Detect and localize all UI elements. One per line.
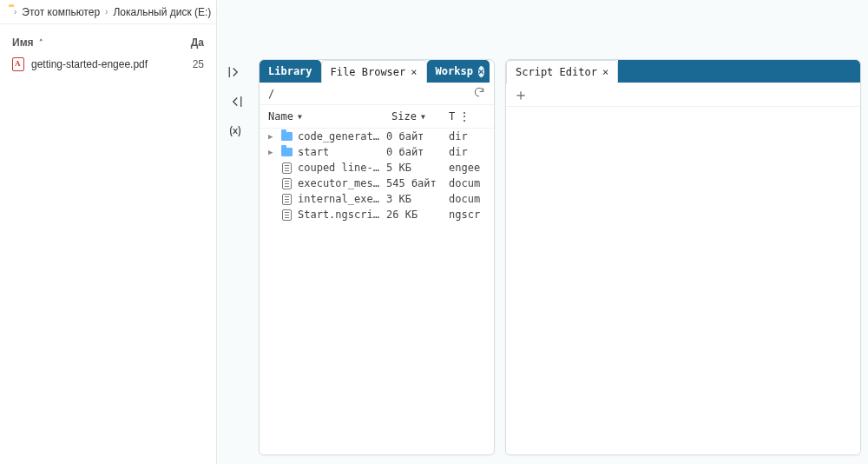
close-icon[interactable]: ×	[602, 67, 608, 77]
import-icon[interactable]	[226, 92, 245, 111]
file-size: 26 КБ	[386, 209, 444, 221]
column-header-date[interactable]: Да	[180, 36, 204, 49]
column-header-name[interactable]: Имя ˄	[12, 36, 180, 49]
file-icon	[280, 209, 293, 221]
tab-label: Script Editor	[516, 66, 597, 78]
app-sidebar	[226, 63, 245, 141]
file-name: couped line-1.engee	[298, 162, 381, 174]
column-header-label: Name	[268, 110, 293, 123]
sort-asc-icon: ˄	[39, 38, 43, 47]
script-editor-panel: Script Editor × ＋	[505, 59, 861, 455]
column-header-name[interactable]: Name ▼	[268, 110, 391, 123]
export-icon[interactable]	[226, 63, 245, 82]
column-header-label: T	[449, 110, 455, 123]
file-icon	[280, 178, 293, 189]
close-icon[interactable]: ×	[478, 66, 484, 77]
file-name: start	[298, 146, 381, 158]
tab-label: Library	[268, 65, 312, 77]
file-list: ▶ code_generator_resul… 0 байт dir ▶ sta…	[260, 129, 494, 454]
tabs-background	[618, 60, 860, 83]
left-tabs: Library File Browser × Worksp ×	[260, 60, 494, 83]
file-name: executor_messenger.l…	[298, 177, 381, 189]
explorer-file-row[interactable]: getting-started-engee.pdf 25	[0, 54, 216, 75]
file-size: 3 КБ	[386, 193, 444, 205]
explorer-file-date: 25	[180, 58, 204, 70]
right-tabs: Script Editor ×	[506, 60, 860, 83]
column-header-type[interactable]: T ⋮	[449, 110, 485, 123]
chevron-down-icon: ▼	[421, 113, 425, 121]
new-tab-button[interactable]: ＋	[513, 87, 529, 103]
tab-label: Worksp	[436, 65, 473, 77]
tab-workspace[interactable]: Worksp ×	[427, 60, 490, 83]
explorer-file-name: getting-started-engee.pdf	[31, 58, 173, 70]
editor-body[interactable]	[506, 107, 860, 454]
column-header-label: Size	[391, 110, 417, 123]
file-icon	[280, 194, 293, 205]
tab-library[interactable]: Library	[260, 60, 321, 83]
folder-icon	[280, 132, 293, 141]
file-size: 0 байт	[386, 146, 444, 158]
list-item[interactable]: couped line-1.engee 5 КБ engee	[260, 160, 494, 176]
chevron-right-icon: ›	[105, 7, 108, 17]
list-item[interactable]: internal_executor.lo… 3 КБ docum	[260, 191, 494, 207]
kebab-menu-icon[interactable]: ⋮	[458, 110, 470, 123]
chevron-down-icon: ▼	[298, 113, 302, 121]
file-name: Start.ngscript	[298, 209, 381, 221]
pdf-icon	[12, 57, 24, 71]
editor-toolbar: ＋	[506, 83, 860, 107]
refresh-icon[interactable]	[473, 86, 485, 101]
tab-file-browser[interactable]: File Browser ×	[321, 60, 427, 83]
file-size: 0 байт	[386, 130, 444, 143]
file-name: code_generator_resul…	[298, 130, 381, 143]
column-header-label: Имя	[12, 36, 34, 49]
chevron-right-icon: ›	[14, 7, 16, 17]
list-item[interactable]: ▶ start 0 байт dir	[260, 144, 494, 160]
breadcrumb-segment[interactable]: Этот компьютер	[22, 6, 100, 18]
expand-icon[interactable]: ▶	[268, 148, 275, 156]
tab-label: File Browser	[331, 66, 406, 78]
tab-script-editor[interactable]: Script Editor ×	[506, 60, 618, 83]
current-path[interactable]: /	[268, 88, 274, 100]
expand-icon[interactable]: ▶	[268, 132, 275, 141]
variables-icon[interactable]	[226, 122, 245, 141]
file-size: 545 байт	[386, 177, 444, 189]
breadcrumb[interactable]: › Этот компьютер › Локальный диск (E:) ›…	[0, 0, 216, 24]
folder-icon	[280, 148, 293, 156]
file-size: 5 КБ	[386, 162, 444, 174]
file-type: dir	[449, 130, 485, 143]
file-icon	[280, 162, 293, 174]
column-header-size[interactable]: Size ▼	[391, 110, 449, 123]
file-browser-columns: Name ▼ Size ▼ T ⋮	[260, 105, 494, 129]
list-item[interactable]: Start.ngscript 26 КБ ngscr	[260, 207, 494, 222]
file-browser-panel: Library File Browser × Worksp × / Name ▼	[259, 59, 495, 455]
file-type: ngscr	[449, 209, 485, 221]
file-type: dir	[449, 146, 485, 158]
breadcrumb-segment[interactable]: Локальный диск (E:)	[113, 6, 211, 18]
explorer-column-headers[interactable]: Имя ˄ Да	[0, 24, 216, 54]
path-bar: /	[260, 83, 494, 105]
file-type: docum	[449, 177, 485, 189]
close-icon[interactable]: ×	[411, 67, 417, 77]
app-area: Library File Browser × Worksp × / Name ▼	[217, 0, 868, 464]
file-type: docum	[449, 193, 485, 205]
file-type: engee	[449, 162, 485, 174]
list-item[interactable]: executor_messenger.l… 545 байт docum	[260, 176, 494, 191]
list-item[interactable]: ▶ code_generator_resul… 0 байт dir	[260, 129, 494, 144]
file-name: internal_executor.lo…	[298, 193, 381, 205]
os-explorer: › Этот компьютер › Локальный диск (E:) ›…	[0, 0, 217, 464]
